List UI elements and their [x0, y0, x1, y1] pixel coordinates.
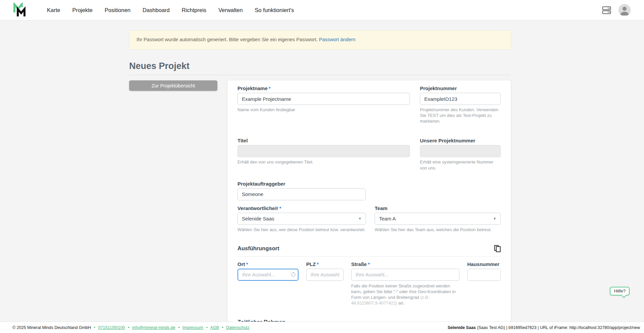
password-warning-banner: Ihr Passwort wurde automatisch generiert…	[129, 30, 511, 50]
form-row-location: Ort* PLZ* Straße* Falls die Po	[237, 261, 501, 306]
footer-left: © 2025 Mineral Minds Deutschland GmbH • …	[12, 325, 250, 330]
unsere-projektnummer-helper: Erhält eine systemgenerierte Nummer von …	[420, 159, 501, 171]
ausfuehrungsort-title: Ausführungsort	[237, 245, 279, 252]
projektauftraggeber-label: Projektauftraggeber	[237, 181, 410, 187]
zeitlicher-rahmen-title: Zeitlicher Rahmen	[237, 319, 285, 322]
project-form-card: Projektname* Name vom Kunden festlegbar …	[227, 80, 511, 322]
nav-item-projekte[interactable]: Projekte	[66, 0, 99, 20]
project-overview-button[interactable]: Zur Projektübersicht	[129, 80, 217, 91]
hausnummer-input[interactable]	[467, 269, 501, 281]
loading-spinner-icon	[291, 272, 296, 277]
field-hausnummer: Hausnummer	[467, 261, 501, 306]
nav-item-verwalten[interactable]: Verwalten	[212, 0, 249, 20]
field-titel: Titel Erhält den von uns vorgegebenen Ti…	[237, 138, 410, 171]
ort-label: Ort*	[237, 261, 299, 267]
page-footer: © 2025 Mineral Minds Deutschland GmbH • …	[0, 322, 644, 333]
projektnummer-input[interactable]	[420, 93, 501, 105]
change-password-link[interactable]: Passwort ändern	[319, 37, 356, 42]
section-divider	[237, 256, 501, 257]
projektauftraggeber-input[interactable]	[237, 188, 366, 200]
title-divider	[129, 75, 511, 75]
footer-link-agb[interactable]: AGB	[210, 325, 219, 330]
plz-label: PLZ*	[306, 261, 343, 267]
strasse-label: Straße*	[351, 261, 460, 267]
page-title: Neues Projekt	[129, 61, 190, 71]
copy-icon[interactable]	[494, 245, 501, 252]
help-button[interactable]: Hilfe?	[610, 287, 630, 295]
field-projektauftraggeber: Projektauftraggeber	[237, 181, 410, 200]
footer-link-impressum[interactable]: Impressum	[182, 325, 203, 330]
verantwortlicher-helper: Wählen Sie hier aus, wer diese Position …	[237, 227, 366, 232]
verantwortlicher-select[interactable]: Selenide Saas ▼	[237, 213, 366, 225]
team-label: Team	[375, 205, 501, 211]
field-strasse: Straße* Falls die Position keiner Straße…	[351, 261, 460, 306]
nav-item-dashboard[interactable]: Dashboard	[137, 0, 176, 20]
nav-item-so-funktionierts[interactable]: So funktioniert's	[249, 0, 300, 20]
field-verantwortlicher: Verantwortliche/r* Selenide Saas ▼ Wähle…	[237, 205, 366, 232]
projektname-helper: Name vom Kunden festlegbar	[237, 107, 410, 113]
footer-separator: •	[206, 325, 207, 330]
plz-input[interactable]	[306, 269, 343, 281]
footer-session-info: (Saas Test AG) | b91695ed7623 | URL of i…	[476, 325, 640, 330]
required-mark: *	[279, 205, 281, 211]
footer-link-datenschutz[interactable]: Datenschutz	[226, 325, 249, 330]
strasse-input[interactable]	[351, 269, 460, 281]
team-value: Team A	[379, 216, 396, 221]
footer-separator: •	[128, 325, 129, 330]
required-mark: *	[246, 261, 248, 267]
hausnummer-label: Hausnummer	[467, 261, 501, 267]
banner-message: Ihr Passwort wurde automatisch generiert…	[137, 37, 318, 42]
field-projektname: Projektname* Name vom Kunden festlegbar	[237, 85, 410, 124]
verantwortlicher-value: Selenide Saas	[242, 216, 274, 221]
ort-input-wrap	[237, 269, 299, 281]
footer-right: Selenide Saas (Saas Test AG) | b91695ed7…	[447, 325, 640, 330]
strasse-helper: Falls die Position keiner Straße zugeord…	[351, 283, 460, 306]
form-row-name-number: Projektname* Name vom Kunden festlegbar …	[237, 85, 501, 124]
required-mark: *	[269, 85, 271, 91]
titel-label: Titel	[237, 138, 410, 143]
copyright-text: © 2025 Mineral Minds Deutschland GmbH	[12, 325, 91, 330]
chevron-down-icon: ▼	[493, 217, 496, 220]
nav-item-positionen[interactable]: Positionen	[99, 0, 137, 20]
mineral-minds-logo-icon[interactable]	[13, 3, 28, 17]
section-ausfuehrungsort: Ausführungsort	[237, 245, 501, 252]
required-mark: *	[317, 261, 319, 267]
section-zeitlicher-rahmen: Zeitlicher Rahmen	[237, 319, 501, 322]
team-select[interactable]: Team A ▼	[375, 213, 501, 225]
titel-input	[237, 145, 410, 157]
ort-input[interactable]	[237, 269, 299, 281]
chevron-down-icon: ▼	[358, 217, 362, 220]
nav-item-karte[interactable]: Karte	[41, 0, 66, 20]
projektname-input[interactable]	[237, 93, 410, 105]
footer-separator: •	[222, 325, 223, 330]
projektnummer-helper: Projektnummer des Kunden. Verwenden Sie …	[420, 107, 501, 124]
field-unsere-projektnummer: Unsere Projektnummer Erhält eine systemg…	[420, 138, 501, 171]
required-mark: *	[368, 261, 370, 267]
verantwortlicher-label: Verantwortliche/r*	[237, 205, 366, 211]
footer-link-email[interactable]: info@mineral-minds.de	[132, 325, 175, 330]
titel-helper: Erhält den von uns vorgegebenen Titel.	[237, 159, 410, 165]
field-plz: PLZ*	[306, 261, 343, 306]
projektname-label: Projektname*	[237, 85, 410, 91]
server-icon[interactable]	[602, 6, 611, 15]
field-team: Team Team A ▼ Wählen Sie hier das Team a…	[375, 205, 501, 232]
top-navbar: Karte Projekte Positionen Dashboard Rich…	[0, 0, 644, 20]
footer-user-name: Selenide Saas	[447, 325, 476, 330]
field-ort: Ort*	[237, 261, 299, 306]
form-row-titel: Titel Erhält den von uns vorgegebenen Ti…	[237, 138, 501, 171]
footer-link-phone[interactable]: 07151/250100	[98, 325, 125, 330]
main-nav: Karte Projekte Positionen Dashboard Rich…	[41, 0, 300, 20]
unsere-projektnummer-label: Unsere Projektnummer	[420, 138, 501, 143]
team-helper: Wählen Sie hier das Team aus, welches di…	[375, 227, 501, 232]
navbar-right	[602, 4, 631, 16]
unsere-projektnummer-input	[420, 145, 501, 157]
field-projektnummer: Projektnummer Projektnummer des Kunden. …	[420, 85, 501, 124]
footer-separator: •	[94, 325, 95, 330]
projektnummer-label: Projektnummer	[420, 85, 501, 91]
nav-item-richtpreis[interactable]: Richtpreis	[176, 0, 212, 20]
form-row-auftraggeber: Projektauftraggeber	[237, 181, 501, 200]
footer-separator: •	[178, 325, 179, 330]
form-row-verantwortlicher-team: Verantwortliche/r* Selenide Saas ▼ Wähle…	[237, 205, 501, 232]
user-avatar[interactable]	[619, 4, 631, 16]
main-content: Ihr Passwort wurde automatisch generiert…	[0, 20, 644, 322]
